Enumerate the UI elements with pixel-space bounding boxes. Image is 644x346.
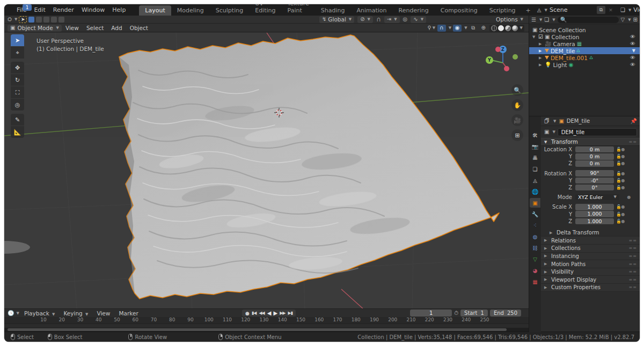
editor-type-icon[interactable]: ⛭ <box>8 17 12 22</box>
lock-icon[interactable]: 🔓 <box>616 171 621 176</box>
eye-visibility-icon[interactable]: 👁 <box>630 62 635 68</box>
scale-y-input[interactable]: 1.000 <box>575 211 614 217</box>
keyframe-dot-icon[interactable]: ● <box>621 212 625 217</box>
menu-window[interactable]: Window <box>78 4 108 16</box>
workspace-tab-layout[interactable]: Layout <box>139 5 171 16</box>
tab-world-icon[interactable]: 🌐 <box>530 187 540 196</box>
tool-annotate[interactable]: ✎ <box>11 114 24 126</box>
section-delta-transform[interactable]: ▶ Delta Transform <box>541 229 640 237</box>
add-workspace-button[interactable]: + <box>522 5 535 16</box>
shading-material-icon[interactable] <box>505 25 511 31</box>
tab-tool-icon[interactable]: 🛠 <box>530 130 540 140</box>
menu-select[interactable]: Select <box>83 25 107 31</box>
transform-orientation-dropdown[interactable]: ↯ Global ▼ <box>319 16 354 23</box>
outliner-row-collection[interactable]: ▼ ☑ ▣ Collection 👁 <box>529 33 640 40</box>
editor-type-timeline-icon[interactable]: 🕓 <box>8 311 14 316</box>
timeline-scrollbar[interactable] <box>4 328 529 332</box>
tab-constraints-icon[interactable]: ⛓ <box>530 243 540 253</box>
transform-panel-header[interactable]: ▼ Transform ≡≡ <box>541 138 640 146</box>
new-scene-button[interactable]: ⧉ <box>597 6 605 14</box>
lock-icon[interactable]: 🔓 <box>616 178 621 183</box>
pin-icon[interactable]: 📌 <box>631 118 637 124</box>
tab-output-icon[interactable]: 🖶 <box>530 153 540 163</box>
view-layer-selector[interactable]: ❏▼ View Layer ⧉ ✕ <box>618 5 640 14</box>
dem-tile-mesh[interactable] <box>4 35 499 299</box>
menu-view[interactable]: View <box>62 25 83 31</box>
workspace-tab-compositing[interactable]: Compositing <box>435 5 484 16</box>
rotation-mode-dropdown[interactable]: XYZ Euler▼ <box>575 194 619 201</box>
shading-rendered-icon[interactable] <box>512 25 518 31</box>
section-visibility[interactable]: ▶ Visibility≡≡ <box>541 268 640 276</box>
outliner-filter-id-icon[interactable]: ❏ <box>544 17 549 23</box>
disclosure-closed-icon[interactable]: ▶ <box>539 63 543 67</box>
lock-icon[interactable]: 🔓 <box>616 147 621 152</box>
lock-icon[interactable]: 🔓 <box>616 185 621 190</box>
tab-modifiers-icon[interactable]: 🔧 <box>530 209 540 219</box>
record-button[interactable]: ● <box>244 311 250 316</box>
show-overlays-icon[interactable]: ⊕ <box>479 25 488 32</box>
shading-wireframe-icon[interactable] <box>491 25 497 31</box>
lock-icon[interactable]: 🔓 <box>616 204 621 209</box>
show-gizmo-icon[interactable]: ⧉ <box>469 25 478 32</box>
tool-rotate[interactable]: ↻ <box>11 74 24 86</box>
workspace-tab-sculpting[interactable]: Sculpting <box>210 5 249 16</box>
panel-grip-icon[interactable]: ≡≡ <box>629 285 637 290</box>
select-mode-extend-icon[interactable] <box>36 17 42 23</box>
section-relations[interactable]: ▶ Relations≡≡ <box>541 237 640 245</box>
snap-to-dropdown[interactable]: ⇥▼ <box>384 16 400 23</box>
section-collections[interactable]: ▶ Collections≡≡ <box>541 245 640 253</box>
lock-icon[interactable]: 🔓 <box>616 219 621 224</box>
current-frame-field[interactable]: 1 <box>410 310 452 316</box>
panel-grip-icon[interactable]: ≡≡ <box>629 254 637 259</box>
timeline-track[interactable] <box>4 323 529 328</box>
disclosure-open-icon[interactable]: ▼ <box>532 35 537 39</box>
tab-object-icon[interactable]: ▣ <box>530 198 540 208</box>
location-y-input[interactable]: 0 m <box>575 153 614 160</box>
object-mode-dropdown[interactable]: ▣ Object Mode ▼ <box>8 25 62 32</box>
keyframe-dot-icon[interactable]: ● <box>621 204 625 209</box>
workspace-tab-animation[interactable]: Animation <box>350 5 392 16</box>
outliner-display-mode-icon[interactable]: ☰ <box>531 17 536 23</box>
panel-grip-icon[interactable]: ≡≡ <box>629 246 637 251</box>
panel-grip-icon[interactable]: ≡≡ <box>629 269 637 274</box>
panel-grip-icon[interactable]: ≡≡ <box>629 238 637 243</box>
outliner-row-dem-tile[interactable]: ▶ DEM_tile ▼ <box>529 47 640 54</box>
outliner-search-input[interactable]: 🔍 <box>558 17 619 23</box>
jump-to-start-button[interactable]: ▮◀ <box>251 311 258 315</box>
gizmo-y-neg[interactable] <box>513 54 518 60</box>
workspace-tab-scripting[interactable]: Scripting <box>484 5 522 16</box>
tab-texture-icon[interactable]: ▦ <box>530 277 540 286</box>
panel-grip-icon[interactable]: ≡≡ <box>629 277 637 282</box>
tab-view-layer-icon[interactable]: ❏ <box>530 164 540 174</box>
keyframe-dot-icon[interactable]: ● <box>621 219 625 224</box>
editor-type-properties-icon[interactable]: 🗍 <box>544 119 550 124</box>
workspace-tab-rendering[interactable]: Rendering <box>393 5 435 16</box>
eye-visibility-icon[interactable]: 👁 <box>630 55 635 61</box>
tool-transform[interactable]: ◎ <box>11 99 24 111</box>
section-instancing[interactable]: ▶ Instancing≡≡ <box>541 253 640 261</box>
new-collection-icon[interactable]: ⊞ <box>633 17 638 23</box>
tab-particles-icon[interactable]: ⁖ <box>530 220 540 230</box>
tab-physics-icon[interactable]: ◍ <box>530 232 540 241</box>
play-button[interactable]: ▶ <box>272 310 278 316</box>
proportional-toggle-icon[interactable]: ◉ <box>453 25 462 32</box>
keyframe-dot-icon[interactable]: ● <box>621 185 625 190</box>
tab-object-data-icon[interactable]: ▽ <box>530 254 540 264</box>
location-x-input[interactable]: 0 m <box>575 146 614 153</box>
tab-render-icon[interactable]: 📷 <box>530 142 540 151</box>
remove-scene-button[interactable]: ✕ <box>608 8 614 13</box>
snap-magnet-icon[interactable]: ∩ <box>376 16 381 23</box>
menu-help[interactable]: Help <box>108 4 129 16</box>
start-frame-field[interactable]: Start1 <box>460 310 488 316</box>
stopwatch-icon[interactable]: ⏱ <box>454 311 458 316</box>
gizmo-x-pos[interactable] <box>495 47 501 52</box>
scene-selector[interactable]: ◬▼ Scene ⧉ ✕ <box>535 5 616 14</box>
checkbox-checked-icon[interactable]: ☑ <box>538 34 543 40</box>
select-mode-invert-icon[interactable] <box>51 17 57 23</box>
scale-z-input[interactable]: 1.000 <box>575 218 614 225</box>
outliner-row-camera[interactable]: ▶ 🎥 Camera ▦ 👁 <box>529 40 640 47</box>
filter-funnel-icon[interactable]: ▽ <box>621 17 625 23</box>
falloff-dropdown[interactable]: ∿▼ <box>411 16 426 23</box>
menu-edit[interactable]: Edit <box>30 4 49 16</box>
pan-view-icon[interactable]: ✋ <box>511 99 523 111</box>
